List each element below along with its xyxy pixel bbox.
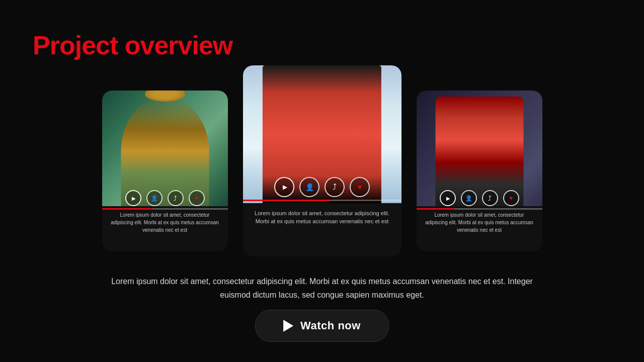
card-left: ▶ 👤 ⤴ ♥ Lorem ipsum dolor sit amet, cons… <box>102 90 228 251</box>
play-button-center[interactable]: ▶ <box>274 177 294 197</box>
share-button-center[interactable]: ⤴ <box>325 177 345 197</box>
card-right: ▶ 👤 ⤴ ♥ Lorem ipsum dolor sit amet, cons… <box>417 90 542 251</box>
share-icon-center: ⤴ <box>333 183 337 192</box>
user-icon-center: 👤 <box>305 183 314 191</box>
play-button-right[interactable]: ▶ <box>440 190 456 206</box>
deadpool-background <box>417 90 542 206</box>
heart-icon-center: ♥ <box>358 183 362 191</box>
heart-button-left[interactable]: ♥ <box>189 190 205 206</box>
heart-icon-right: ♥ <box>509 195 513 202</box>
play-icon-left: ▶ <box>132 196 136 201</box>
watch-now-play-icon <box>283 320 293 332</box>
progress-bar-left <box>102 208 228 210</box>
watch-now-label: Watch now <box>300 319 361 332</box>
share-button-left[interactable]: ⤴ <box>168 190 184 206</box>
card-controls-right: ▶ 👤 ⤴ ♥ <box>417 190 542 206</box>
progress-fill-left <box>102 208 152 210</box>
description-text: Lorem ipsum dolor sit amet, consectetur … <box>101 275 543 302</box>
progress-bar-right <box>417 208 542 210</box>
raya-background <box>102 90 228 206</box>
card-center: ▶ 👤 ⤴ ♥ Lorem ipsum dolor sit amet, cons… <box>243 65 401 256</box>
user-button-left[interactable]: 👤 <box>146 190 163 206</box>
card-controls-center: ▶ 👤 ⤴ ♥ <box>243 177 401 197</box>
card-image-right <box>417 90 542 206</box>
progress-fill-center <box>243 200 330 201</box>
description-section: Lorem ipsum dolor sit amet, consectetur … <box>0 275 644 302</box>
page-title: Project overview <box>33 30 232 60</box>
heart-button-center[interactable]: ♥ <box>350 177 370 197</box>
user-button-center[interactable]: 👤 <box>299 177 319 197</box>
card-image-left <box>102 90 228 206</box>
heart-button-right[interactable]: ♥ <box>503 190 519 206</box>
watch-now-button[interactable]: Watch now <box>255 310 389 342</box>
card-description-left: Lorem ipsum dolor sit amet, consectetur … <box>102 206 228 239</box>
card-controls-left: ▶ 👤 ⤴ ♥ <box>102 190 228 206</box>
user-icon-right: 👤 <box>465 195 472 202</box>
cards-container: ▶ 👤 ⤴ ♥ Lorem ipsum dolor sit amet, cons… <box>0 65 644 256</box>
user-button-right[interactable]: 👤 <box>461 190 477 206</box>
heart-icon-left: ♥ <box>195 195 198 202</box>
progress-bar-center <box>243 200 401 201</box>
progress-fill-right <box>417 208 454 210</box>
play-icon-right: ▶ <box>446 196 450 201</box>
user-icon-left: 👤 <box>151 195 158 202</box>
share-icon-right: ⤴ <box>488 195 492 202</box>
play-button-left[interactable]: ▶ <box>125 190 141 206</box>
share-icon-left: ⤴ <box>174 195 177 202</box>
play-icon-center: ▶ <box>283 184 287 191</box>
card-description-center: Lorem ipsum dolor sit amet, consectetur … <box>243 203 401 232</box>
card-description-right: Lorem ipsum dolor sit amet, consectetur … <box>417 206 542 239</box>
share-button-right[interactable]: ⤴ <box>482 190 498 206</box>
